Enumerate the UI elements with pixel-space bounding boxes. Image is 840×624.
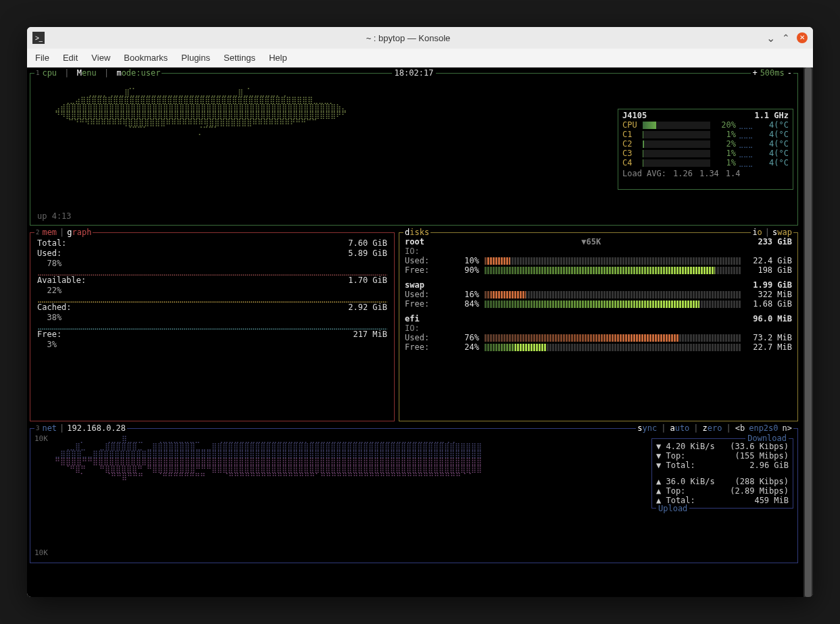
down-total: 2.96 GiB <box>749 461 789 470</box>
upload-label: Upload <box>656 504 689 513</box>
mem-cached: 2.92 GiB <box>348 303 387 312</box>
disk-used-bar <box>485 334 741 342</box>
loadavg-1: 1.26 <box>673 169 693 178</box>
disk-used-label: Used: <box>405 290 459 299</box>
disk-size: 96.0 MiB <box>753 314 792 323</box>
cpu-core-temp: 4(°C <box>762 120 789 130</box>
disk-used-label: Used: <box>405 333 459 342</box>
menu-help[interactable]: Help <box>269 53 287 63</box>
cpu-core-pct: 1% <box>713 149 736 158</box>
mem-total-label: Total: <box>37 238 66 248</box>
io-hotkey[interactable]: i <box>752 228 757 237</box>
cpu-core-pct: 2% <box>713 139 736 149</box>
disk-used-pct: 10% <box>462 256 479 265</box>
terminal[interactable]: 1 cpu | Menu | mode:user 18:02:17 + 500m… <box>27 68 813 597</box>
up-total: 459 MiB <box>754 496 789 505</box>
app-icon: >_ <box>32 32 45 44</box>
cpu-title: cpu <box>42 68 57 78</box>
cpu-graph: ⢀⡀ ⢀ ⢀⣀⣀⡀⢀⣀⣀⣿⣀⣀⣀⣀⣀⣀⣀⣀⣀⣀⣀⣀⣀⣀⣀⣀⣀⣀⣀⣀⣿⣀⣀⣀⣀⣀⣀… <box>37 82 608 205</box>
graph-hotkey[interactable]: g <box>67 228 72 237</box>
disk-free-bar <box>485 344 741 351</box>
menu-view[interactable]: View <box>91 53 110 63</box>
disk-used-label: Used: <box>405 256 459 265</box>
scrollbar[interactable] <box>804 68 813 597</box>
disk-free-val: 198 GiB <box>743 265 792 275</box>
disk-used-val: 22.4 GiB <box>743 256 792 265</box>
scrollbar-thumb[interactable] <box>805 68 812 597</box>
disk-name: swap <box>405 280 424 290</box>
disk-name: root <box>405 237 424 246</box>
mem-used-pct: 78% <box>37 259 387 268</box>
refresh-ms: 500ms <box>760 68 785 78</box>
cpu-core-row: C11%⣀⣀⣀4(°C <box>622 130 789 139</box>
close-button[interactable]: ✕ <box>797 32 808 43</box>
cpu-core-bar <box>643 122 710 129</box>
mem-title: mem <box>42 228 57 237</box>
cpu-core-spark: ⣀⣀⣀ <box>739 159 759 167</box>
refresh-plus[interactable]: + <box>752 68 757 78</box>
cpu-core-bar <box>643 140 710 148</box>
down-top-label: ▼ Top: <box>656 451 685 461</box>
cpu-core-name: CPU <box>622 120 640 130</box>
disk-free-label: Free: <box>405 265 459 275</box>
mem-cached-label: Cached: <box>37 303 72 312</box>
disk-section: efi96.0 MiBIO:Used:76%73.2 MiBFree:24%22… <box>405 314 792 352</box>
menu-bookmarks[interactable]: Bookmarks <box>124 53 168 63</box>
titlebar: >_ ~ : bpytop — Konsole ⌄ ⌃ ✕ <box>27 27 813 49</box>
minimize-button[interactable]: ⌄ <box>766 32 775 45</box>
up-top: (2.89 Mibps) <box>730 486 789 496</box>
cpu-core-bar <box>643 159 710 167</box>
cpu-core-temp: 4(°C <box>762 149 789 158</box>
menu-file[interactable]: File <box>35 53 49 63</box>
mem-avail: 1.70 GiB <box>348 276 387 285</box>
cpu-stats-box: J4105 1.1 GHz CPU20%⣀⣀⣀4(°CC11%⣀⣀⣀4(°CC2… <box>618 109 793 190</box>
menu-plugins[interactable]: Plugins <box>181 53 210 63</box>
cpu-core-name: C2 <box>622 139 640 149</box>
refresh-minus[interactable]: - <box>787 68 792 78</box>
net-stats-box: Download ▼ 4.20 KiB/s(33.6 Kibps) ▼ Top:… <box>651 438 793 509</box>
mem-free-pct: 3% <box>37 340 387 349</box>
disk-io-label: IO: <box>405 323 792 333</box>
menubar: File Edit View Bookmarks Plugins Setting… <box>27 49 813 68</box>
down-speed: ▼ 4.20 KiB/s <box>656 442 715 451</box>
down-total-label: ▼ Total: <box>656 461 695 470</box>
mode-hotkey[interactable]: m <box>116 68 121 78</box>
cpu-core-temp: 4(°C <box>762 130 789 139</box>
cpu-core-pct: 1% <box>713 130 736 139</box>
cpu-core-name: C3 <box>622 149 640 158</box>
cpu-core-spark: ⣀⣀⣀ <box>739 140 759 148</box>
cpu-core-pct: 20% <box>713 120 736 130</box>
up-speed: ▲ 36.0 KiB/s <box>656 477 715 486</box>
menu-hotkey[interactable]: M <box>77 68 82 78</box>
disk-io-label: IO: <box>405 246 792 256</box>
net-graph: ⢀ ⢀⣀⣀⣿⣀⣀⣀ ⢀⣀⣀⣀⣀⣀⣀⣀ ⢀⣀⣀⣀⣀⣀⣀⣀⣀⣀⣀⣀⣀⣀⣀⣀⡀⣀⣀⣀⣀… <box>37 436 642 556</box>
menu-edit[interactable]: Edit <box>63 53 78 63</box>
window-title: ~ : bpytop — Konsole <box>50 33 766 43</box>
cpu-core-bar <box>643 131 710 138</box>
maximize-button[interactable]: ⌃ <box>782 32 790 43</box>
disk-free-pct: 84% <box>462 299 479 309</box>
cpu-core-spark: ⣀⣀⣀ <box>739 131 759 138</box>
bpytop-tui: 1 cpu | Menu | mode:user 18:02:17 + 500m… <box>27 68 804 597</box>
disk-free-bar <box>485 301 741 308</box>
loadavg-label: Load AVG: <box>622 169 666 178</box>
disk-size: 1.99 GiB <box>753 280 792 290</box>
mem-used: 5.89 GiB <box>348 249 387 258</box>
mem-cached-spark: ⣀⣀⣀⣀⣀⣀⣀⣀⣀⣀⣀⣀⣀⣀⣀⣀⣀⣀⣀⣀⣀⣀⣀⣀⣀⣀⣀⣀⣀⣀⣀⣀⣀⣀⣀⣀⣀⣀⣀⣀… <box>37 322 387 330</box>
mem-cached-pct: 38% <box>37 313 387 322</box>
disk-free-pct: 24% <box>462 342 479 352</box>
mem-used-label: Used: <box>37 249 61 258</box>
cpu-freq: 1.1 GHz <box>754 111 789 120</box>
cpu-core-bar <box>643 150 710 157</box>
mem-avail-label: Available: <box>37 276 86 285</box>
disk-rate: ▼65K <box>424 237 758 246</box>
disk-section: swap1.99 GiBUsed:16%322 MiBFree:84%1.68 … <box>405 280 792 309</box>
cpu-core-temp: 4(°C <box>762 139 789 149</box>
mem-total: 7.60 GiB <box>348 238 387 248</box>
loadavg-15: 1.4 <box>726 169 741 178</box>
disk-free-label: Free: <box>405 342 459 352</box>
net-box: 3 net | 192.168.0.28 sync | auto | zero … <box>30 428 798 563</box>
cpu-model: J4105 <box>622 111 647 120</box>
menu-settings[interactable]: Settings <box>224 53 255 63</box>
disk-used-pct: 76% <box>462 333 479 342</box>
